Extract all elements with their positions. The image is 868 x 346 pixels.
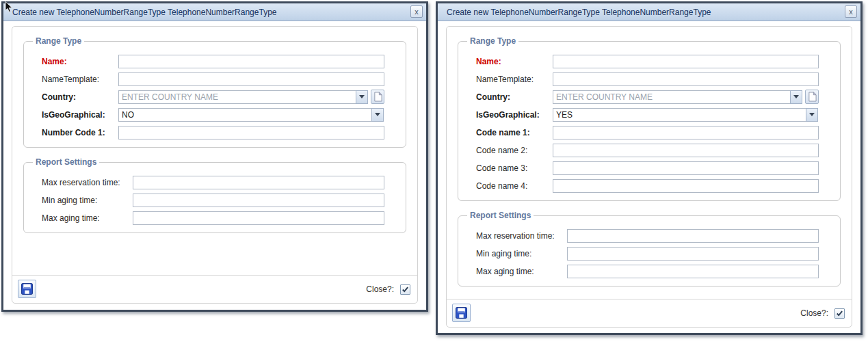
code-name-4-label: Code name 4: (476, 181, 553, 191)
code-name-1-input[interactable] (553, 126, 819, 139)
save-button[interactable] (18, 280, 36, 298)
isgeographical-combo-input[interactable] (553, 108, 806, 122)
nametemplate-label: NameTemplate: (476, 75, 553, 84)
code-name-2-label: Code name 2: (476, 146, 553, 155)
number-code-1-input[interactable] (118, 126, 384, 139)
code-name-1-label: Code name 1: (476, 128, 553, 137)
name-label: Name: (42, 57, 118, 66)
bottom-toolbar: Close?: (12, 275, 417, 303)
save-button[interactable] (452, 304, 471, 322)
country-combo-trigger[interactable] (356, 90, 368, 104)
nametemplate-label: NameTemplate: (42, 75, 118, 84)
report-settings-legend: Report Settings (33, 157, 99, 167)
country-combo-input[interactable] (553, 90, 791, 104)
chevron-down-icon (809, 113, 815, 116)
dialog-title: Create new TelephoneNumberRangeType Tele… (447, 8, 711, 17)
field-row: NameTemplate: (42, 72, 400, 86)
max-reservation-time-input[interactable] (567, 229, 819, 243)
bottom-toolbar: Close?: (447, 299, 852, 327)
field-row: Code name 1: (476, 125, 834, 139)
field-row: Max aging time: (42, 211, 400, 225)
isgeographical-label: IsGeoGraphical: (42, 110, 118, 120)
field-row: Min aging time: (476, 246, 834, 261)
close-question-label: Close?: (800, 308, 828, 318)
country-label: Country: (42, 92, 118, 102)
check-icon (836, 310, 843, 317)
field-row: IsGeoGraphical: (476, 107, 834, 122)
max-aging-time-input[interactable] (133, 211, 384, 225)
close-icon: x (415, 8, 419, 16)
close-icon: x (849, 8, 853, 16)
field-row: Max aging time: (476, 264, 834, 278)
min-aging-time-label: Min aging time: (476, 249, 567, 258)
close-button[interactable]: x (410, 5, 423, 18)
code-name-4-input[interactable] (553, 179, 819, 193)
field-row: Max reservation time: (476, 228, 834, 243)
chevron-down-icon (375, 113, 380, 116)
max-aging-time-label: Max aging time: (476, 267, 567, 276)
max-aging-time-input[interactable] (567, 265, 819, 278)
country-label: Country: (476, 92, 553, 102)
range-type-fieldset: Range Type Name: NameTemplate: Country: (458, 36, 841, 201)
new-document-icon (808, 92, 817, 102)
country-combo-trigger[interactable] (790, 90, 802, 104)
min-aging-time-input[interactable] (567, 247, 819, 261)
max-reservation-time-label: Max reservation time: (42, 178, 133, 187)
range-type-legend: Range Type (33, 36, 84, 46)
max-reservation-time-input[interactable] (133, 176, 384, 189)
close-checkbox[interactable] (400, 284, 410, 295)
chevron-down-icon (359, 95, 365, 98)
field-row: Max reservation time: (42, 175, 400, 189)
min-aging-time-input[interactable] (133, 194, 384, 207)
close-question-label: Close?: (366, 284, 394, 294)
field-row: Name: (476, 54, 834, 68)
new-document-icon (373, 92, 382, 102)
create-range-type-dialog: Create new TelephoneNumberRangeType Tele… (1, 1, 428, 312)
range-type-legend: Range Type (467, 36, 518, 46)
code-name-3-label: Code name 3: (476, 163, 553, 173)
max-aging-time-label: Max aging time: (42, 213, 133, 223)
close-option: Close?: (366, 276, 410, 303)
form-panel: Range Type Name: NameTemplate: Country: (446, 26, 852, 328)
code-name-2-input[interactable] (553, 144, 819, 157)
field-row: Min aging time: (42, 193, 400, 207)
field-row: Country: (42, 90, 400, 104)
dialog-titlebar[interactable]: Create new TelephoneNumberRangeType Tele… (438, 3, 860, 21)
check-icon (402, 286, 409, 293)
save-icon (456, 307, 467, 319)
name-input[interactable] (118, 55, 384, 68)
country-combo-input[interactable] (118, 90, 356, 104)
field-row: Number Code 1: (42, 125, 400, 139)
close-checkbox[interactable] (834, 308, 845, 319)
dialog-title: Create new TelephoneNumberRangeType Tele… (12, 8, 276, 17)
isgeographical-combo-trigger[interactable] (806, 108, 818, 122)
country-add-button[interactable] (805, 90, 819, 104)
max-reservation-time-label: Max reservation time: (476, 231, 567, 241)
report-settings-fieldset: Report Settings Max reservation time: Mi… (458, 211, 841, 287)
number-code-1-label: Number Code 1: (42, 128, 118, 137)
field-row: Code name 3: (476, 161, 834, 175)
isgeographical-combo-input[interactable] (118, 108, 372, 122)
save-icon (21, 283, 33, 295)
field-row: NameTemplate: (476, 72, 834, 86)
country-add-button[interactable] (371, 90, 384, 104)
field-row: IsGeoGraphical: (42, 107, 400, 122)
dialog-titlebar[interactable]: Create new TelephoneNumberRangeType Tele… (3, 3, 426, 21)
name-label: Name: (476, 57, 553, 66)
chevron-down-icon (793, 95, 799, 98)
close-option: Close?: (800, 300, 845, 327)
nametemplate-input[interactable] (553, 72, 819, 86)
isgeographical-combo-trigger[interactable] (371, 108, 384, 122)
isgeographical-label: IsGeoGraphical: (476, 110, 553, 120)
report-settings-fieldset: Report Settings Max reservation time: Mi… (23, 157, 406, 233)
name-input[interactable] (553, 55, 819, 68)
create-range-type-dialog: Create new TelephoneNumberRangeType Tele… (436, 1, 863, 335)
close-button[interactable]: x (845, 5, 857, 18)
min-aging-time-label: Min aging time: (42, 196, 133, 205)
form-panel: Range Type Name: NameTemplate: Country: (12, 26, 418, 304)
nametemplate-input[interactable] (118, 72, 384, 86)
field-row: Code name 2: (476, 143, 834, 157)
range-type-fieldset: Range Type Name: NameTemplate: Country: (23, 36, 406, 148)
code-name-3-input[interactable] (553, 161, 819, 175)
field-row: Country: (476, 90, 834, 104)
